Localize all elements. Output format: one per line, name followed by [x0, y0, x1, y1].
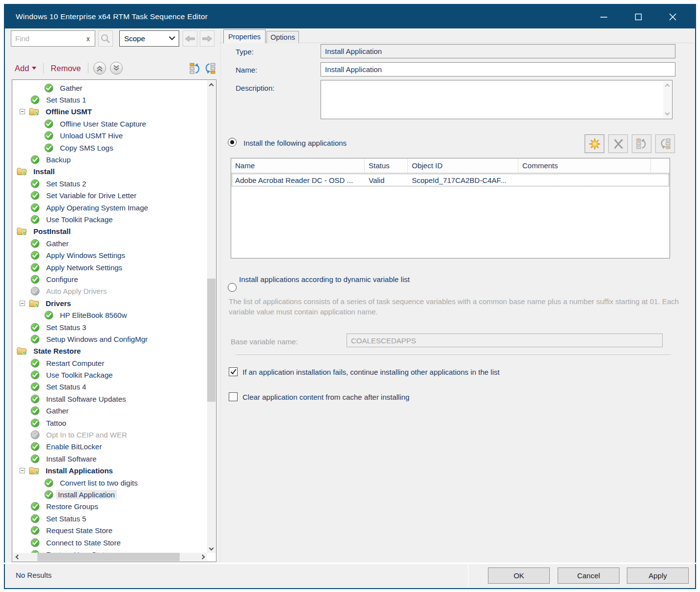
checkbox-clear-cache[interactable]: [229, 392, 238, 401]
description-textarea[interactable]: [321, 80, 673, 119]
move-step-down-button[interactable]: [202, 61, 217, 76]
delete-x-icon: [612, 138, 624, 150]
tree-item-label: Set Status 3: [44, 323, 88, 332]
tree-item[interactable]: Offline USMT: [13, 106, 207, 118]
tree-item[interactable]: Gather: [13, 405, 207, 417]
application-move-up-button[interactable]: [632, 134, 651, 153]
tree-item[interactable]: Connect to State Store: [13, 537, 207, 548]
tree-item[interactable]: Set Status 2: [13, 178, 207, 189]
tree-item[interactable]: Set Variable for Drive Letter: [13, 190, 207, 202]
tree-item[interactable]: Set Status 3: [13, 321, 207, 333]
tree-item[interactable]: Opt In to CEIP and WER: [13, 429, 207, 440]
tree-item[interactable]: Unload USMT Hive: [13, 130, 207, 142]
tree-item-label: Connect to State Store: [44, 538, 123, 547]
move-step-up-button[interactable]: [188, 61, 202, 76]
new-application-button[interactable]: [585, 134, 604, 153]
application-cell: Valid: [365, 174, 408, 186]
tree-item[interactable]: Apply Windows Settings: [13, 249, 207, 261]
check-circle-icon: [44, 143, 54, 153]
tree-item[interactable]: Install Software Updates: [13, 393, 207, 405]
apply-button[interactable]: Apply: [627, 567, 689, 584]
tree-item[interactable]: Install: [13, 166, 207, 178]
application-move-down-button[interactable]: [655, 134, 675, 153]
expand-all-button[interactable]: [109, 61, 123, 75]
tree-item[interactable]: Offline User State Capture: [13, 118, 207, 129]
tree-expander-minus[interactable]: [20, 301, 25, 306]
ok-button[interactable]: OK: [488, 567, 550, 584]
tab-properties[interactable]: Properties: [223, 29, 266, 43]
tree-item[interactable]: Use Toolkit Package: [13, 369, 207, 381]
horizontal-scrollbar-thumb[interactable]: [37, 553, 180, 561]
type-value: Install Application: [325, 47, 382, 55]
find-next-button[interactable]: [200, 30, 215, 47]
column-header-name[interactable]: Name: [231, 158, 365, 173]
tree-item[interactable]: Drivers: [13, 297, 207, 309]
close-button[interactable]: [663, 8, 682, 25]
tab-options[interactable]: Options: [267, 31, 299, 43]
tree-item[interactable]: Restore Groups: [13, 501, 207, 513]
tree-item[interactable]: Setup Windows and ConfigMgr: [13, 333, 207, 345]
clear-search-button[interactable]: x: [85, 35, 91, 43]
tree-item[interactable]: Backup: [13, 154, 207, 165]
tree-item[interactable]: Gather: [13, 237, 207, 249]
tree-expander-minus[interactable]: [20, 109, 25, 114]
tree-vertical-scrollbar[interactable]: [207, 80, 215, 553]
scroll-up-arrow[interactable]: [207, 80, 215, 89]
column-header-status[interactable]: Status: [365, 158, 408, 173]
column-header-object-id[interactable]: Object ID: [408, 158, 518, 173]
remove-button[interactable]: Remove: [47, 64, 84, 73]
search-input[interactable]: Find x: [11, 30, 95, 47]
tree-item-label: Gather: [58, 83, 84, 93]
tree-item[interactable]: Copy SMS Logs: [13, 142, 207, 154]
check-mark-icon: [230, 369, 237, 375]
tree-item[interactable]: Convert list to two digits: [13, 477, 207, 489]
tree-item[interactable]: Set Status 5: [13, 513, 207, 524]
tree-item[interactable]: Restore User State: [13, 548, 207, 553]
tree-item[interactable]: Enable BitLocker: [13, 441, 207, 453]
tree-item[interactable]: Tattoo: [13, 417, 207, 429]
scroll-left-arrow[interactable]: [13, 553, 21, 561]
tree-item[interactable]: Configure: [13, 273, 207, 285]
search-button[interactable]: [98, 30, 113, 47]
scroll-up-arrow[interactable]: [665, 84, 670, 89]
scroll-down-arrow[interactable]: [207, 544, 215, 553]
tree-item[interactable]: Apply Operating System Image: [13, 202, 207, 213]
tree-item[interactable]: Use Toolkit Package: [13, 213, 207, 225]
tree-item[interactable]: Install Software: [13, 453, 207, 464]
tree-item[interactable]: Auto Apply Drivers: [13, 285, 207, 297]
application-row[interactable]: Adobe Acrobat Reader DC - OSD ...ValidSc…: [232, 174, 669, 186]
maximize-button[interactable]: [628, 8, 648, 25]
scroll-down-arrow[interactable]: [665, 111, 670, 116]
tree-item[interactable]: State Restore: [13, 345, 207, 357]
tree-item[interactable]: Set Status 4: [13, 381, 207, 393]
add-button[interactable]: Add: [11, 64, 40, 73]
vertical-scrollbar-thumb[interactable]: [207, 279, 215, 401]
type-field[interactable]: Install Application: [321, 44, 675, 58]
tree-item[interactable]: Set Status 1: [13, 94, 207, 105]
cancel-button[interactable]: Cancel: [558, 567, 619, 584]
radio-dynamic-variable-list[interactable]: [228, 283, 237, 292]
tree-horizontal-scrollbar[interactable]: [13, 553, 207, 561]
toolbar-separator: [88, 63, 88, 74]
radio-install-applications[interactable]: [228, 138, 237, 147]
scope-select[interactable]: Scope: [119, 30, 179, 47]
tree-expander-minus[interactable]: [20, 468, 25, 473]
collapse-all-button[interactable]: [93, 61, 107, 75]
tree-item[interactable]: Install Applications: [13, 465, 207, 477]
scroll-right-arrow[interactable]: [199, 553, 207, 561]
tree-item[interactable]: HP EliteBook 8560w: [13, 309, 207, 321]
name-input[interactable]: Install Application: [321, 62, 675, 77]
tree-item[interactable]: Apply Network Settings: [13, 261, 207, 273]
base-variable-name-input[interactable]: COALESCEDAPPS: [347, 334, 663, 347]
find-previous-button[interactable]: [183, 30, 197, 47]
tree-item[interactable]: Install Application: [13, 489, 207, 500]
column-header-comments[interactable]: Comments: [518, 158, 651, 173]
tree-item[interactable]: Gather: [13, 82, 207, 94]
tree-item[interactable]: Restart Computer: [13, 357, 207, 369]
description-scrollbar[interactable]: [663, 81, 672, 118]
tree-item[interactable]: Request State Store: [13, 524, 207, 536]
checkbox-continue-on-fail[interactable]: [229, 367, 238, 376]
tree-item[interactable]: PostInstall: [13, 226, 207, 237]
delete-application-button[interactable]: [608, 134, 628, 153]
minimize-button[interactable]: [594, 8, 614, 25]
